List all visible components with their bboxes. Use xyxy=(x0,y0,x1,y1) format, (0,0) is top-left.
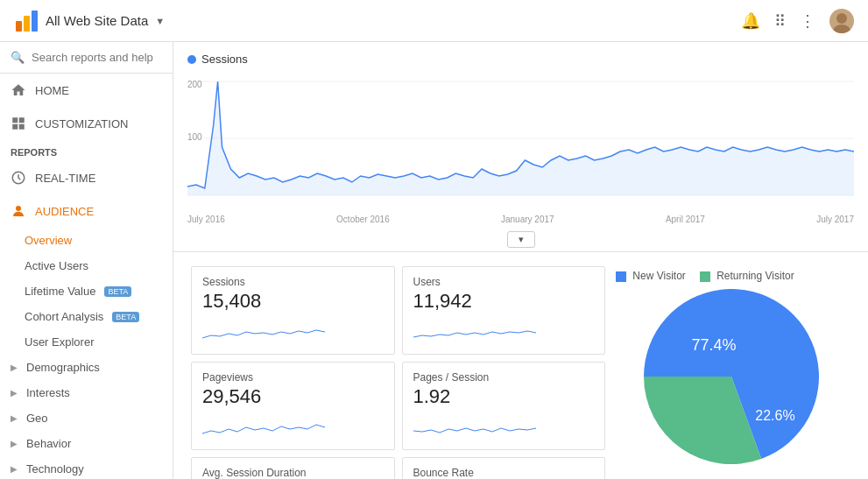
metric-card-pageviews: Pageviews 29,546 xyxy=(191,362,395,450)
pie-container: 77.4% 22.6% xyxy=(616,289,847,464)
sidebar-search[interactable]: 🔍 Search reports and help xyxy=(0,42,173,74)
interests-arrow-icon: ▶ xyxy=(11,388,18,398)
svg-point-3 xyxy=(836,13,847,24)
logo-icon xyxy=(14,9,39,33)
grid-icon[interactable]: ⠿ xyxy=(774,11,786,31)
sidebar-sub-item-demographics[interactable]: ▶ Demographics xyxy=(0,355,173,380)
geo-arrow-icon: ▶ xyxy=(11,413,18,423)
x-label-apr17: April 2017 xyxy=(666,215,705,224)
site-name: All Web Site Data xyxy=(46,13,148,28)
main-layout: 🔍 Search reports and help HOME CUSTOMIZA… xyxy=(0,42,868,479)
audience-icon xyxy=(11,203,26,219)
svg-point-10 xyxy=(16,206,21,211)
returning-visitor-label: Returning Visitor xyxy=(716,270,794,282)
metrics-section: Sessions 15,408 Users 11,942 Pagev xyxy=(173,252,868,479)
customization-label: CUSTOMIZATION xyxy=(35,117,128,130)
sparkline-users xyxy=(413,316,536,342)
behavior-arrow-icon: ▶ xyxy=(11,439,18,448)
search-icon: 🔍 xyxy=(11,51,25,64)
audience-label: AUDIENCE xyxy=(35,205,94,218)
metric-card-sessions: Sessions 15,408 xyxy=(191,266,395,355)
reports-section-label: Reports xyxy=(0,140,173,161)
svg-rect-2 xyxy=(32,11,38,32)
clock-icon xyxy=(11,170,26,186)
sessions-dot xyxy=(187,55,196,64)
metric-label-avg-session: Avg. Session Duration xyxy=(202,467,384,479)
sparkline-sessions xyxy=(202,316,325,342)
avatar[interactable] xyxy=(829,9,854,33)
content-area: Sessions 200 100 July 2016 October 2016 xyxy=(173,42,868,479)
realtime-label: REAL-TIME xyxy=(35,172,95,185)
metric-card-avg-session: Avg. Session Duration 00:01:35 xyxy=(191,457,395,479)
sparkline-pageviews xyxy=(202,412,325,438)
svg-point-4 xyxy=(833,25,850,33)
user-explorer-label: User Explorer xyxy=(25,335,94,349)
metric-card-bounce: Bounce Rate 76.97% xyxy=(402,457,606,479)
sidebar-sub-item-behavior[interactable]: ▶ Behavior xyxy=(0,431,173,456)
pie-chart-svg: 77.4% 22.6% xyxy=(644,289,819,464)
chart-dropdown: ▾ xyxy=(187,231,854,248)
metric-label-bounce: Bounce Rate xyxy=(413,467,595,479)
svg-rect-6 xyxy=(19,117,25,123)
metric-label-users: Users xyxy=(413,276,595,288)
new-visitor-dot xyxy=(616,271,626,282)
sidebar-sub-item-active-users[interactable]: Active Users xyxy=(0,253,173,278)
chart-y-200: 200 xyxy=(187,80,202,89)
svg-text:22.6%: 22.6% xyxy=(755,408,794,423)
sidebar-item-audience[interactable]: AUDIENCE xyxy=(0,194,173,228)
lifetime-value-label: Lifetime Value xyxy=(25,285,95,298)
metrics-grid: Sessions 15,408 Users 11,942 Pagev xyxy=(187,263,609,479)
topbar: All Web Site Data ▼ 🔔 ⠿ ⋮ xyxy=(0,0,868,42)
metric-label-pages-session: Pages / Session xyxy=(413,371,595,384)
pie-section: New Visitor Returning Visitor xyxy=(609,263,854,479)
chart-y-100: 100 xyxy=(187,132,202,142)
svg-rect-5 xyxy=(12,117,18,123)
metric-value-users: 11,942 xyxy=(413,290,595,313)
metric-value-pages-session: 1.92 xyxy=(413,385,595,408)
site-dropdown[interactable]: All Web Site Data ▼ xyxy=(46,13,165,28)
sidebar-sub-item-overview[interactable]: Overview xyxy=(0,228,173,253)
sessions-line-chart xyxy=(187,73,854,204)
bell-icon[interactable]: 🔔 xyxy=(741,11,760,31)
more-icon[interactable]: ⋮ xyxy=(800,11,815,31)
technology-arrow-icon: ▶ xyxy=(11,464,18,474)
metric-label-sessions: Sessions xyxy=(202,276,384,288)
new-visitor-label: New Visitor xyxy=(632,270,685,282)
technology-label: Technology xyxy=(26,462,84,475)
returning-visitor-legend: Returning Visitor xyxy=(700,270,794,282)
sidebar-sub-item-technology[interactable]: ▶ Technology xyxy=(0,456,173,479)
sidebar-item-realtime[interactable]: REAL-TIME xyxy=(0,161,173,194)
sidebar-sub-item-interests[interactable]: ▶ Interests xyxy=(0,380,173,405)
lifetime-value-beta: BETA xyxy=(104,286,131,297)
metric-label-pageviews: Pageviews xyxy=(202,371,384,384)
home-label: HOME xyxy=(35,84,69,97)
cohort-analysis-label: Cohort Analysis xyxy=(25,310,103,323)
sidebar-sub-item-cohort-analysis[interactable]: Cohort Analysis BETA xyxy=(0,304,173,329)
sidebar: 🔍 Search reports and help HOME CUSTOMIZA… xyxy=(0,42,173,479)
sidebar-item-customization[interactable]: CUSTOMIZATION xyxy=(0,107,173,140)
demographics-arrow-icon: ▶ xyxy=(11,363,18,372)
topbar-right: 🔔 ⠿ ⋮ xyxy=(741,9,854,33)
svg-rect-8 xyxy=(19,124,25,130)
metric-card-users: Users 11,942 xyxy=(402,266,606,355)
x-label-jan17: January 2017 xyxy=(501,215,554,224)
svg-rect-7 xyxy=(12,124,18,130)
sidebar-item-home[interactable]: HOME xyxy=(0,74,173,107)
home-icon xyxy=(11,82,26,98)
chart-dropdown-button[interactable]: ▾ xyxy=(507,231,535,248)
svg-rect-0 xyxy=(16,21,22,32)
metric-value-pageviews: 29,546 xyxy=(202,385,384,408)
pie-legend: New Visitor Returning Visitor xyxy=(616,270,847,282)
sidebar-sub-item-user-explorer[interactable]: User Explorer xyxy=(0,329,173,355)
active-users-label: Active Users xyxy=(25,259,88,272)
svg-text:77.4%: 77.4% xyxy=(691,336,736,354)
sidebar-sub-item-lifetime-value[interactable]: Lifetime Value BETA xyxy=(0,278,173,304)
cohort-analysis-beta: BETA xyxy=(112,312,139,322)
interests-label: Interests xyxy=(26,386,70,399)
x-label-oct16: October 2016 xyxy=(336,215,390,224)
new-visitor-legend: New Visitor xyxy=(616,270,686,282)
demographics-label: Demographics xyxy=(26,361,100,374)
sessions-chart-area: Sessions 200 100 July 2016 October 2016 xyxy=(173,42,868,252)
sidebar-sub-item-geo[interactable]: ▶ Geo xyxy=(0,405,173,431)
metric-value-sessions: 15,408 xyxy=(202,290,384,313)
